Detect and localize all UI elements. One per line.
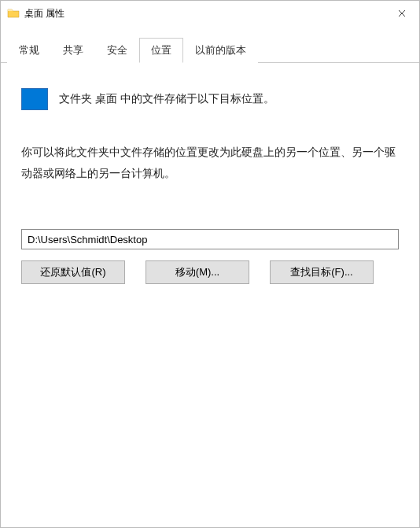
button-row: 还原默认值(R) 移动(M)... 查找目标(F)... [21,260,399,284]
find-target-button[interactable]: 查找目标(F)... [270,260,374,284]
close-icon [398,9,406,17]
tab-previous-versions[interactable]: 以前的版本 [183,38,258,63]
info-paragraph: 你可以将此文件夹中文件存储的位置更改为此硬盘上的另一个位置、另一个驱动器或网络上… [21,142,399,183]
tab-content-location: 文件夹 桌面 中的文件存储于以下目标位置。 你可以将此文件夹中文件存储的位置更改… [1,63,419,527]
properties-dialog: 桌面 属性 常规 共享 安全 位置 以前的版本 文件夹 桌面 中的文件存储于以下… [0,0,420,528]
desktop-icon [21,88,48,110]
window-title: 桌面 属性 [24,7,384,20]
move-button[interactable]: 移动(M)... [146,260,249,284]
tab-general[interactable]: 常规 [7,38,51,63]
close-button[interactable] [384,1,419,26]
tab-location[interactable]: 位置 [139,38,183,63]
folder-icon [7,7,20,20]
tab-bar: 常规 共享 安全 位置 以前的版本 [1,26,419,63]
restore-default-button[interactable]: 还原默认值(R) [21,260,125,284]
titlebar: 桌面 属性 [1,1,419,26]
tab-security[interactable]: 安全 [95,38,139,63]
folder-description: 文件夹 桌面 中的文件存储于以下目标位置。 [59,92,274,106]
tab-share[interactable]: 共享 [51,38,95,63]
folder-row: 文件夹 桌面 中的文件存储于以下目标位置。 [21,88,399,110]
path-input[interactable] [21,229,399,249]
